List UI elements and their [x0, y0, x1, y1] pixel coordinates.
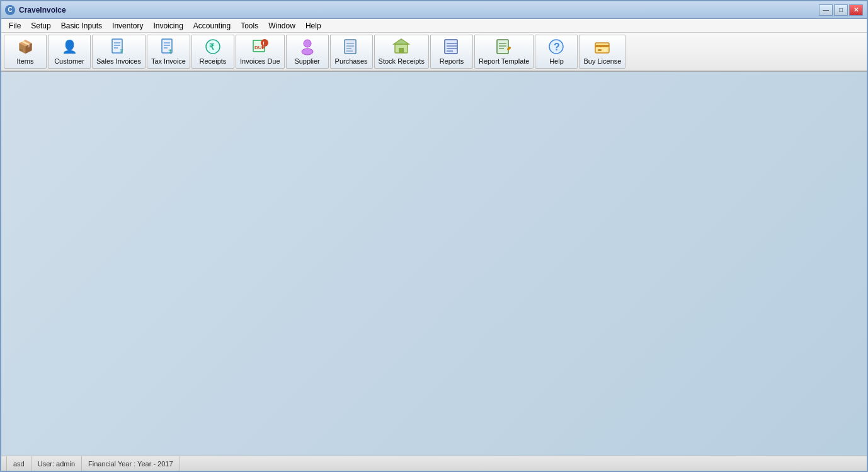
svg-rect-25 [399, 48, 404, 53]
toolbar-items-button[interactable]: 📦 Items [4, 35, 47, 69]
toolbar-receipts-button[interactable]: ₹ Receipts [191, 35, 234, 69]
svg-point-16 [304, 40, 311, 47]
toolbar-sales-invoices-button[interactable]: ₹ Sales Invoices [92, 35, 146, 69]
report-template-icon [494, 38, 513, 55]
status-financial-year: Financial Year : Year - 2017 [82, 456, 180, 471]
window-title: CraveInvoice [19, 6, 819, 14]
statusbar: asd User: admin Financial Year : Year - … [1, 456, 867, 471]
invoices-due-icon: DUE ! [251, 38, 270, 55]
svg-text:!: ! [263, 40, 265, 47]
reports-icon [442, 38, 461, 55]
toolbar-invoices-due-button[interactable]: DUE ! Invoices Due [236, 35, 285, 69]
menu-accounting[interactable]: Accounting [188, 20, 236, 32]
menubar: File Setup Basic Inputs Inventory Invoic… [1, 19, 867, 33]
main-content-area [1, 72, 867, 456]
purchases-icon [342, 38, 361, 55]
svg-rect-37 [595, 43, 609, 53]
customer-icon: 👤 [60, 38, 79, 55]
svg-rect-26 [445, 40, 457, 54]
items-icon: 📦 [16, 38, 35, 55]
svg-text:?: ? [554, 42, 560, 52]
toolbar-supplier-button[interactable]: Supplier [286, 35, 329, 69]
buy-license-icon [593, 38, 612, 55]
stock-receipts-label: Stock Receipts [379, 57, 425, 66]
help-icon: ? [547, 38, 566, 55]
toolbar-stock-receipts-button[interactable]: Stock Receipts [374, 35, 429, 69]
menu-help[interactable]: Help [300, 20, 326, 32]
stock-receipts-icon [392, 38, 411, 55]
toolbar-customer-button[interactable]: 👤 Customer [48, 35, 91, 69]
toolbar-report-template-button[interactable]: Report Template [474, 35, 534, 69]
menu-inventory[interactable]: Inventory [107, 20, 148, 32]
menu-tools[interactable]: Tools [236, 20, 263, 32]
toolbar-tax-invoice-button[interactable]: ₹ Tax Invoice [147, 35, 190, 69]
purchases-label: Purchases [335, 57, 368, 66]
supplier-icon [298, 38, 317, 55]
invoices-due-label: Invoices Due [240, 57, 280, 66]
main-window: C CraveInvoice — □ ✕ File Setup Basic In… [0, 0, 868, 472]
svg-rect-38 [595, 45, 609, 47]
svg-marker-24 [394, 39, 409, 44]
toolbar-reports-button[interactable]: Reports [430, 35, 473, 69]
svg-rect-39 [598, 49, 602, 51]
svg-rect-18 [345, 40, 356, 54]
close-button[interactable]: ✕ [849, 4, 863, 16]
help-label: Help [549, 57, 564, 66]
svg-point-17 [302, 49, 313, 55]
receipts-label: Receipts [200, 57, 227, 66]
menu-basic-inputs[interactable]: Basic Inputs [56, 20, 107, 32]
sales-invoices-label: Sales Invoices [96, 57, 141, 66]
buy-license-label: Buy License [583, 57, 621, 66]
status-company: asd [6, 456, 31, 471]
items-label: Items [17, 57, 34, 66]
maximize-button[interactable]: □ [834, 4, 848, 16]
svg-text:₹: ₹ [120, 49, 123, 55]
supplier-label: Supplier [294, 57, 319, 66]
minimize-button[interactable]: — [819, 4, 833, 16]
sales-invoices-icon: ₹ [109, 38, 128, 55]
toolbar: 📦 Items 👤 Customer ₹ Sales Invoices [1, 33, 867, 72]
toolbar-purchases-button[interactable]: Purchases [330, 35, 373, 69]
titlebar-buttons: — □ ✕ [819, 4, 863, 16]
svg-point-14 [261, 39, 268, 47]
svg-text:₹: ₹ [209, 42, 215, 52]
menu-setup[interactable]: Setup [26, 20, 55, 32]
toolbar-buy-license-button[interactable]: Buy License [579, 35, 625, 69]
titlebar: C CraveInvoice — □ ✕ [1, 1, 867, 19]
menu-invoicing[interactable]: Invoicing [148, 20, 188, 32]
tax-invoice-icon: ₹ [159, 38, 178, 55]
app-icon: C [5, 5, 15, 15]
toolbar-help-button[interactable]: ? Help [535, 35, 578, 69]
customer-label: Customer [54, 57, 84, 66]
status-user: User: admin [31, 456, 82, 471]
tax-invoice-label: Tax Invoice [151, 57, 186, 66]
report-template-label: Report Template [479, 57, 530, 66]
menu-window[interactable]: Window [263, 20, 300, 32]
reports-label: Reports [440, 57, 464, 66]
receipts-icon: ₹ [203, 38, 222, 55]
menu-file[interactable]: File [4, 20, 26, 32]
svg-text:₹: ₹ [168, 49, 172, 55]
svg-rect-31 [497, 40, 508, 54]
